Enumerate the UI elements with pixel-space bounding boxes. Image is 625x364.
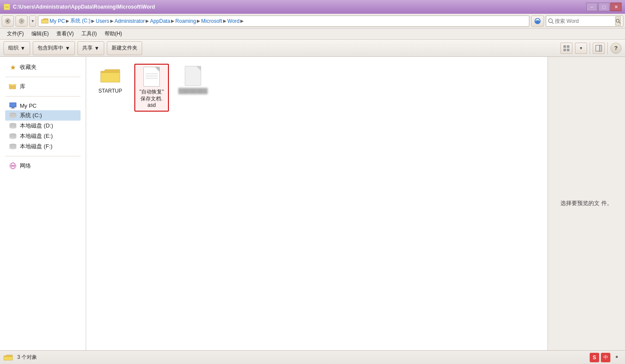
search-input[interactable] <box>555 18 615 24</box>
svg-rect-19 <box>12 85 16 89</box>
svg-point-40 <box>12 165 14 167</box>
file-area: STARTUP "自动恢复"保存文档.asd <box>86 57 547 350</box>
svg-rect-16 <box>600 45 602 51</box>
breadcrumb-systemc[interactable]: 系统 (C:) <box>70 17 90 25</box>
sidebar-item-disk-f[interactable]: 本地磁盘 (F:) <box>5 141 81 152</box>
help-button[interactable]: ? <box>610 43 622 54</box>
file-autorecover-label: "自动恢复"保存文档.asd <box>140 89 164 109</box>
svg-rect-24 <box>11 108 15 109</box>
menu-file[interactable]: 文件(F) <box>3 29 27 39</box>
svg-rect-1 <box>5 6 9 7</box>
svg-line-8 <box>552 22 554 24</box>
refresh-button[interactable] <box>531 16 544 27</box>
doc-blurred-icon <box>183 65 203 86</box>
include-arrow: ▼ <box>65 45 70 51</box>
sidebar-item-mypc[interactable]: My PC <box>5 101 81 110</box>
lang-icon[interactable]: 中 <box>601 353 610 362</box>
sidebar-item-disk-e[interactable]: 本地磁盘 (E:) <box>5 131 81 141</box>
breadcrumb-microsoft[interactable]: Microsoft <box>201 18 222 24</box>
svg-rect-23 <box>12 107 14 108</box>
breadcrumb-admin[interactable]: Administrator <box>115 18 145 24</box>
svg-rect-15 <box>596 45 600 51</box>
svg-point-9 <box>616 19 619 22</box>
svg-point-3 <box>5 19 10 24</box>
svg-point-4 <box>19 19 24 24</box>
disk-e-icon <box>9 133 17 140</box>
file-blurred[interactable]: ████████ <box>176 64 210 112</box>
organize-button[interactable]: 组织 ▼ <box>3 41 30 55</box>
disk-d-label: 本地磁盘 (D:) <box>20 122 53 130</box>
sogou-icon[interactable]: S <box>590 353 599 362</box>
status-bar: 3 个对象 S 中 • <box>0 350 625 364</box>
svg-point-27 <box>9 116 16 118</box>
organize-arrow: ▼ <box>20 45 25 51</box>
sidebar-item-library[interactable]: 库 <box>5 81 81 92</box>
share-label: 共享 <box>82 44 93 52</box>
search-box[interactable] <box>546 16 623 27</box>
svg-rect-13 <box>563 49 566 51</box>
svg-rect-11 <box>563 45 566 48</box>
star-icon: ★ <box>9 64 17 71</box>
back-button[interactable] <box>2 16 14 27</box>
sidebar-section-favorites: ★ 收藏夹 <box>0 60 86 74</box>
breadcrumb[interactable]: My PC ▶ 系统 (C:) ▶ Users ▶ Administrator … <box>38 16 529 27</box>
library-label: 库 <box>20 83 25 90</box>
maximize-button[interactable]: □ <box>598 3 609 11</box>
svg-rect-20 <box>13 84 16 85</box>
menu-help[interactable]: 帮助(H) <box>101 29 126 39</box>
svg-rect-14 <box>567 49 569 51</box>
breadcrumb-word[interactable]: Word <box>227 18 239 24</box>
search-button[interactable] <box>615 16 621 26</box>
menu-tools[interactable]: 工具(I) <box>78 29 100 39</box>
include-label: 包含到库中 <box>37 44 63 52</box>
sidebar-item-system-c[interactable]: 系统 (C:) <box>5 110 81 121</box>
network-icon <box>9 162 17 169</box>
sidebar-item-favorites[interactable]: ★ 收藏夹 <box>5 62 81 72</box>
menu-view[interactable]: 查看(V) <box>53 29 77 39</box>
extra-icon[interactable]: • <box>612 353 622 362</box>
menu-bar: 文件(F) 编辑(E) 查看(V) 工具(I) 帮助(H) <box>0 28 625 40</box>
breadcrumb-roaming[interactable]: Roaming <box>175 18 196 24</box>
file-startup[interactable]: STARTUP <box>93 64 127 112</box>
sidebar-section-network: 网络 <box>0 159 86 173</box>
computer-icon <box>9 102 17 109</box>
forward-button[interactable] <box>16 16 28 27</box>
svg-point-33 <box>9 137 16 139</box>
preview-pane-button[interactable] <box>593 43 605 54</box>
close-button[interactable]: ✕ <box>610 3 622 11</box>
include-library-button[interactable]: 包含到库中 ▼ <box>33 41 75 55</box>
network-label: 网络 <box>20 162 31 170</box>
doc-autorecover-icon <box>141 66 162 87</box>
toolbar: 组织 ▼ 包含到库中 ▼ 共享 ▼ 新建文件夹 ▼ ? <box>0 40 625 57</box>
file-autorecover[interactable]: "自动恢复"保存文档.asd <box>134 64 169 112</box>
menu-edit[interactable]: 编辑(E) <box>28 29 52 39</box>
taskbar-icons: S 中 • <box>590 353 622 362</box>
preview-pane: 选择要预览的文 件。 <box>547 57 625 350</box>
library-icon <box>9 83 17 90</box>
minimize-button[interactable]: − <box>586 3 597 11</box>
address-bar: ▼ My PC ▶ 系统 (C:) ▶ Users ▶ Administrato… <box>0 14 625 28</box>
breadcrumb-users[interactable]: Users <box>96 18 109 24</box>
window-icon <box>3 3 10 10</box>
new-folder-button[interactable]: 新建文件夹 <box>107 41 142 55</box>
sidebar-item-network[interactable]: 网络 <box>5 161 81 171</box>
dropdown-button[interactable]: ▼ <box>29 16 36 27</box>
svg-line-10 <box>619 22 620 23</box>
share-button[interactable]: 共享 ▼ <box>78 41 104 55</box>
breadcrumb-appdata[interactable]: AppData <box>150 18 170 24</box>
sidebar: ★ 收藏夹 库 <box>0 57 86 350</box>
disk-c-icon <box>9 112 17 119</box>
sidebar-item-disk-d[interactable]: 本地磁盘 (D:) <box>5 121 81 131</box>
status-text: 3 个对象 <box>17 354 37 361</box>
view-toggle-button[interactable] <box>560 43 572 54</box>
breadcrumb-mypc[interactable]: My PC <box>50 18 65 24</box>
sidebar-section-library: 库 <box>0 80 86 93</box>
svg-rect-17 <box>9 85 12 89</box>
status-folder-icon <box>3 353 14 362</box>
disk-f-icon <box>9 143 17 150</box>
svg-point-7 <box>549 19 553 22</box>
view-dropdown-button[interactable]: ▼ <box>575 43 587 54</box>
file-startup-label: STARTUP <box>99 88 122 95</box>
svg-rect-22 <box>10 103 16 107</box>
disk-d-icon <box>9 122 17 129</box>
